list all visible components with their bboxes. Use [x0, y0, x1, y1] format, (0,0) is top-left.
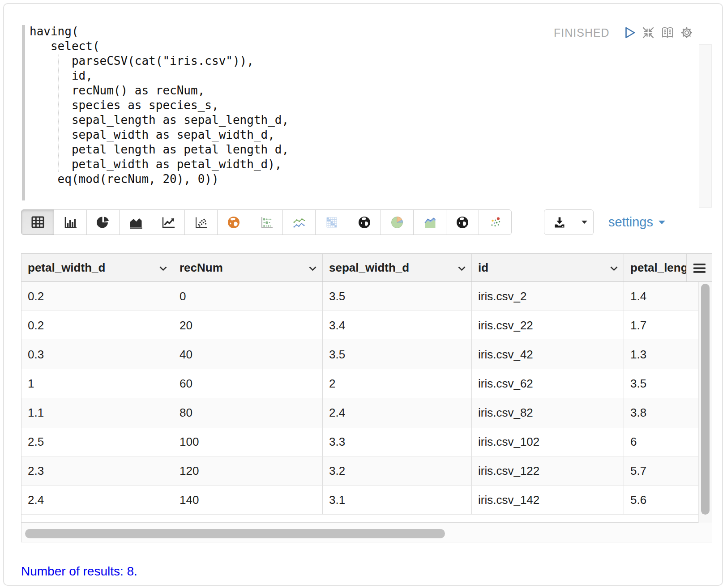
table-cell: iris.csv_62: [471, 369, 624, 398]
code-line: having(: [30, 24, 289, 39]
bubble-icon: [259, 215, 274, 230]
viz-multiline-button[interactable]: [282, 209, 316, 235]
column-header-petal_width_d[interactable]: petal_width_d: [21, 254, 173, 281]
code-line: id,: [30, 68, 289, 83]
table-cell: 20: [173, 311, 322, 340]
table-cell: iris.csv_42: [471, 340, 624, 369]
table-row: 1602iris.csv_623.5: [21, 369, 699, 398]
paragraph-control-icons: [619, 26, 693, 39]
table-cell: 2.4: [21, 486, 173, 514]
table-cell: 0.2: [21, 282, 173, 311]
column-label: sepal_width_d: [329, 261, 409, 275]
editor-scrollbar[interactable]: [699, 44, 712, 208]
download-button[interactable]: [544, 209, 575, 235]
scatter-colored-icon: [488, 215, 502, 230]
viz-pie-colored-button[interactable]: [381, 209, 414, 235]
table-cell: 40: [173, 340, 322, 369]
vertical-scrollbar-thumb[interactable]: [701, 284, 710, 515]
table-cell: 2: [322, 369, 471, 398]
menu-icon: [693, 263, 706, 273]
viz-scatter-button[interactable]: [184, 209, 218, 235]
table-cell: 1.3: [624, 340, 699, 369]
gear-icon[interactable]: [680, 26, 693, 39]
paragraph-card: having( select( parseCSV(cat("iris.csv")…: [3, 3, 723, 586]
viz-pie-button[interactable]: [86, 209, 120, 235]
table-cell: 0: [173, 282, 322, 311]
multiline-icon: [291, 215, 307, 230]
table-cell: 3.5: [624, 369, 699, 398]
horizontal-scrollbar[interactable]: [21, 523, 712, 542]
code-line: parseCSV(cat("iris.csv")),: [30, 54, 289, 68]
viz-globe-dark-button[interactable]: [348, 209, 381, 235]
chevron-down-icon[interactable]: [159, 264, 167, 271]
table-icon: [30, 215, 45, 229]
column-header-sepal_width_d[interactable]: sepal_width_d: [322, 254, 471, 281]
table-row: 0.3403.5iris.csv_421.3: [21, 340, 699, 369]
chevron-down-icon[interactable]: [610, 264, 618, 271]
vertical-scrollbar[interactable]: [698, 282, 712, 523]
table-cell: 3.8: [624, 398, 699, 427]
viz-bubble-button[interactable]: [250, 209, 283, 235]
table-row: 2.51003.3iris.csv_1026: [21, 427, 699, 456]
table-cell: 3.5: [322, 340, 471, 369]
table-cell: 120: [173, 456, 322, 485]
viz-map-orange-button[interactable]: [217, 209, 250, 235]
table-row: 0.2203.4iris.csv_221.7: [21, 311, 699, 340]
bar-icon: [63, 215, 78, 230]
chevron-down-icon[interactable]: [458, 264, 466, 271]
table-cell: 3.3: [322, 427, 471, 456]
horizontal-scrollbar-thumb[interactable]: [25, 529, 445, 538]
paragraph-status: FINISHED: [554, 26, 610, 39]
line-icon: [161, 215, 176, 230]
notebook-paragraph: having( select( parseCSV(cat("iris.csv")…: [0, 0, 727, 588]
viz-area-button[interactable]: [119, 209, 152, 235]
table-menu-button[interactable]: [686, 254, 712, 281]
table-row: 1.1802.4iris.csv_823.8: [21, 398, 699, 427]
chevron-down-icon[interactable]: [308, 264, 317, 271]
paragraph-controls: FINISHED: [554, 25, 693, 41]
code-editor[interactable]: having( select( parseCSV(cat("iris.csv")…: [22, 24, 713, 203]
download-caret-button[interactable]: [575, 209, 594, 235]
download-icon: [553, 216, 566, 229]
compress-icon[interactable]: [641, 26, 655, 39]
column-header-petal_leng[interactable]: petal_leng: [624, 254, 686, 281]
results-count: Number of results: 8.: [21, 564, 137, 579]
viz-scatter-colored-button[interactable]: [479, 209, 512, 235]
table-cell: 1.1: [21, 398, 173, 427]
viz-bar-button[interactable]: [54, 209, 87, 235]
column-header-id[interactable]: id: [471, 254, 624, 281]
table-cell: 60: [173, 369, 322, 398]
viz-line-button[interactable]: [152, 209, 185, 235]
code-line: species as species_s,: [30, 98, 289, 113]
table-cell: 100: [173, 427, 322, 456]
play-icon[interactable]: [624, 26, 636, 39]
viz-table-button[interactable]: [21, 209, 54, 235]
table-cell: 1: [21, 369, 173, 398]
settings-label: settings: [608, 215, 653, 230]
book-icon[interactable]: [660, 26, 675, 39]
column-header-recNum[interactable]: recNum: [173, 254, 322, 281]
code-content: having( select( parseCSV(cat("iris.csv")…: [30, 24, 289, 187]
code-line: sepal_length as sepal_length_d,: [30, 113, 289, 128]
settings-toggle[interactable]: settings: [608, 209, 666, 235]
code-line: recNum() as recNum,: [30, 83, 289, 98]
viz-area-colored-button[interactable]: [413, 209, 446, 235]
table-cell: 1.4: [624, 282, 699, 311]
pie-colored-icon: [389, 215, 405, 230]
table-cell: 0.2: [21, 311, 173, 340]
table-cell: 3.1: [322, 486, 471, 514]
viz-globe-dark-2-button[interactable]: [446, 209, 479, 235]
code-line: petal_length as petal_length_d,: [30, 142, 289, 157]
area-colored-icon: [422, 215, 437, 230]
column-label: petal_width_d: [28, 261, 105, 275]
viz-heatmap-button[interactable]: [315, 209, 348, 235]
globe-dark-icon: [357, 215, 372, 230]
code-line: petal_width as petal_width_d),: [30, 157, 289, 172]
column-label: recNum: [180, 261, 223, 275]
area-icon: [128, 215, 143, 230]
table-cell: 140: [173, 486, 322, 514]
caret-down-icon: [581, 220, 588, 224]
heatmap-icon: [325, 215, 339, 230]
table-cell: iris.csv_122: [471, 456, 624, 485]
table-header: petal_width_drecNumsepal_width_didpetal_…: [21, 254, 712, 282]
